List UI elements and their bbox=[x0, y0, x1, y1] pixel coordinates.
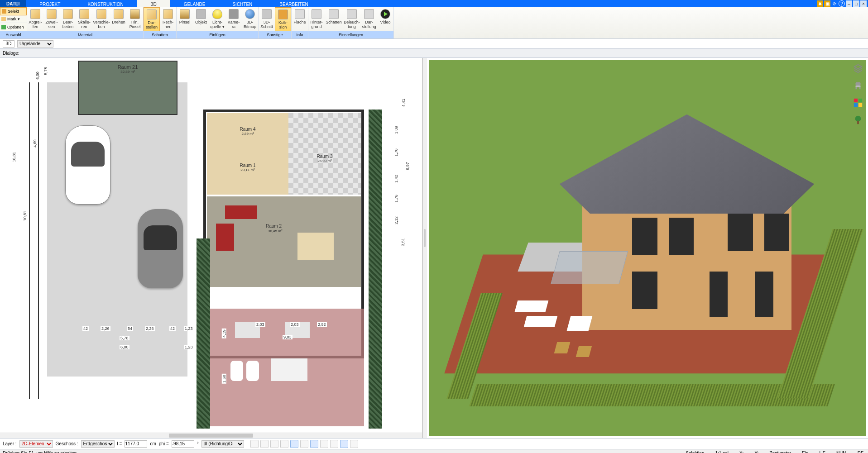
dim-r-176a: 1,76 bbox=[394, 148, 398, 157]
titlebar-icon-2[interactable]: ▣ bbox=[824, 0, 830, 7]
chair-icon[interactable] bbox=[853, 81, 863, 91]
lichtquelle-button[interactable]: Licht- quelle ▾ bbox=[209, 7, 225, 31]
phi-input[interactable] bbox=[172, 440, 194, 448]
property-bar: Urgelände bbox=[0, 39, 868, 49]
group-info: Fläche Info bbox=[292, 7, 308, 38]
titlebar-icon-1[interactable]: ✖ bbox=[817, 0, 823, 7]
schatten-set-button[interactable]: Schatten bbox=[325, 7, 343, 31]
palette-icon[interactable] bbox=[853, 98, 863, 108]
layer-select[interactable]: 2D-Elemen bbox=[19, 440, 53, 448]
drehen-button[interactable]: Drehen bbox=[110, 7, 127, 31]
help-icon[interactable]: ? bbox=[839, 0, 845, 7]
bottom-bar: Layer : 2D-Elemen Geschoss : Erdgeschos … bbox=[0, 438, 868, 449]
maximize-icon[interactable]: □ bbox=[853, 0, 859, 7]
geschoss-select[interactable]: Erdgeschos bbox=[81, 440, 115, 448]
menu-sichten[interactable]: SICHTEN bbox=[219, 0, 266, 7]
schatten-label: Schatten bbox=[144, 31, 176, 38]
menu-datei[interactable]: DATEI bbox=[0, 0, 26, 7]
status-uf: UF bbox=[820, 451, 825, 453]
lighting-icon bbox=[347, 9, 357, 19]
status-selektion: Selektion bbox=[686, 451, 704, 453]
l-label: l = bbox=[117, 441, 122, 446]
plus-icon bbox=[1, 25, 6, 29]
grid-icon[interactable] bbox=[330, 440, 338, 448]
render-view[interactable] bbox=[427, 58, 868, 438]
skalieren-button[interactable]: Skalie- ren bbox=[76, 7, 92, 31]
status-y: Y: bbox=[754, 451, 758, 453]
menu-bearbeiten[interactable]: BEARBEITEN bbox=[266, 0, 321, 7]
verschieben-button[interactable]: Verschie- ben bbox=[92, 7, 110, 31]
darstellen-button[interactable]: Dar- stellen bbox=[144, 7, 160, 31]
kollision-button[interactable]: Kolli- sion bbox=[275, 7, 291, 31]
close-icon[interactable]: × bbox=[860, 0, 867, 7]
scroll-thumb[interactable] bbox=[169, 434, 253, 438]
tree-icon[interactable] bbox=[853, 115, 863, 125]
eyedropper-icon bbox=[30, 9, 40, 19]
status-bar: Drücken Sie F1, um Hilfe zu erhalten. Se… bbox=[0, 449, 868, 453]
3d-bitmap-button[interactable]: 3D- Bitmap bbox=[242, 7, 258, 31]
dim-r-441: 4,41 bbox=[401, 98, 406, 108]
menu-3d[interactable]: 3D bbox=[137, 0, 170, 7]
optionen-button[interactable]: Optionen bbox=[0, 23, 27, 31]
dim-left-1681: 16,81 bbox=[12, 151, 16, 163]
3d-schnitt-button[interactable]: 3D- Schnitt bbox=[259, 7, 275, 31]
car-white bbox=[65, 125, 110, 205]
mark-icon bbox=[1, 17, 6, 21]
room1-area: 20,11 m² bbox=[207, 168, 288, 172]
snap-endpoint-icon[interactable] bbox=[320, 440, 328, 448]
snap-parallel-icon[interactable] bbox=[310, 440, 318, 448]
status-help: Drücken Sie F1, um Hilfe zu erhalten. bbox=[3, 451, 78, 453]
menu-gelaende[interactable]: GELÄNDE bbox=[170, 0, 219, 7]
view-splitter[interactable] bbox=[422, 58, 427, 438]
snap-angle-icon[interactable] bbox=[290, 440, 298, 448]
dl-select[interactable]: dl (Richtung/Di bbox=[201, 440, 244, 448]
darstellung-button[interactable]: Dar- stellung bbox=[361, 7, 377, 31]
rechnen-button[interactable]: Rech- nen bbox=[160, 7, 176, 31]
patio-table bbox=[567, 316, 593, 331]
svg-rect-2 bbox=[856, 87, 857, 90]
terrain-select[interactable]: Urgelände bbox=[17, 40, 53, 48]
selekt-button[interactable]: Selekt bbox=[0, 7, 27, 15]
room-name: Raum 21 bbox=[79, 64, 177, 70]
l-input[interactable] bbox=[125, 440, 147, 448]
clock-icon[interactable] bbox=[250, 440, 259, 448]
plan-view[interactable]: Raum 21 32,89 m² Raum 4 2,89 m² Raum 1 2… bbox=[0, 58, 422, 438]
monitor-icon[interactable] bbox=[260, 440, 269, 448]
titlebar-icon-3[interactable]: ⟳ bbox=[831, 0, 838, 7]
status-rf: RF bbox=[858, 451, 863, 453]
pinsel-button[interactable]: Pinsel bbox=[177, 7, 193, 31]
hintergrund-button[interactable]: Hinter- grund bbox=[308, 7, 325, 31]
dim-t-203a: 2,03 bbox=[255, 322, 265, 327]
dim-b-226b: 2,26 bbox=[145, 326, 155, 331]
menu-konstruktion[interactable]: KONSTRUKTION bbox=[74, 0, 137, 7]
layers-icon[interactable] bbox=[853, 63, 863, 73]
plan-hscroll[interactable] bbox=[0, 433, 422, 438]
hin-pinsel-button[interactable]: Hin. Pinsel bbox=[127, 7, 143, 31]
minimize-icon[interactable]: – bbox=[846, 0, 852, 7]
objekt-button[interactable]: Objekt bbox=[193, 7, 209, 31]
plan-canvas[interactable]: Raum 21 32,89 m² Raum 4 2,89 m² Raum 1 2… bbox=[2, 60, 420, 432]
dim-b-226a: 2,26 bbox=[101, 326, 110, 331]
snap-n-icon[interactable] bbox=[340, 440, 348, 448]
room3: Raum 3 26,90 m² bbox=[288, 154, 361, 163]
abgreifen-button[interactable]: Abgrei- fen bbox=[27, 7, 43, 31]
svg-rect-5 bbox=[858, 99, 862, 102]
garage-room: Raum 21 32,89 m² bbox=[78, 61, 177, 115]
snap-i-icon[interactable] bbox=[350, 440, 358, 448]
bearbeiten-button[interactable]: Bear- beiten bbox=[60, 7, 76, 31]
mark-button[interactable]: Mark. ▾ bbox=[0, 15, 27, 24]
align-icon[interactable] bbox=[270, 440, 278, 448]
room4-area: 2,89 m² bbox=[207, 132, 288, 136]
zuweisen-button[interactable]: Zuwei- sen bbox=[43, 7, 60, 31]
flaeche-button[interactable]: Fläche bbox=[292, 7, 308, 31]
rotate-icon[interactable] bbox=[280, 440, 288, 448]
menu-projekt[interactable]: PROJEKT bbox=[26, 0, 74, 7]
render-canvas[interactable] bbox=[429, 60, 866, 436]
mode-field[interactable] bbox=[3, 40, 14, 48]
brush2-icon bbox=[180, 9, 190, 19]
dim-b-42b: 42 bbox=[169, 326, 176, 331]
kamera-button[interactable]: Kame- ra bbox=[225, 7, 242, 31]
video-button[interactable]: Video bbox=[377, 7, 393, 31]
snap-perp-icon[interactable] bbox=[300, 440, 308, 448]
beleuchtung-button[interactable]: Beleuch- tung bbox=[343, 7, 361, 31]
